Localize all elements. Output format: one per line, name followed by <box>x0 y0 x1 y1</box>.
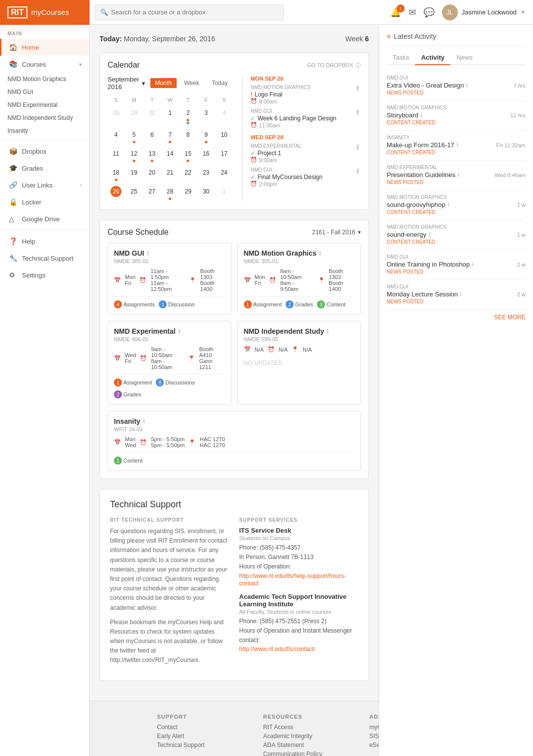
footer-link-ada[interactable]: ADA Statement <box>263 742 359 749</box>
cal-day[interactable]: 17 <box>215 146 232 164</box>
upload-icon[interactable]: ⬆ <box>355 167 361 175</box>
org-hours-link[interactable]: http://www.rit.edu/its/help-support/hour… <box>239 572 346 587</box>
footer-link-early-alert[interactable]: Early Alert <box>157 733 253 740</box>
sidebar-item-grades[interactable]: 🎓 Grades <box>0 160 89 177</box>
cal-day[interactable]: 8 <box>180 127 197 145</box>
cal-day[interactable]: 12 <box>125 146 142 164</box>
calendar-header: Calendar GO TO DROPBOX ⓘ <box>107 61 361 70</box>
footer-link-communication[interactable]: Communication Policy <box>263 751 359 756</box>
sidebar-item-user-links[interactable]: 🔗 User Links › <box>0 177 89 193</box>
cal-day[interactable]: 16 <box>198 146 214 164</box>
see-more-button[interactable]: SEE MORE <box>387 310 526 321</box>
location-icon: 📍 <box>292 346 299 353</box>
cal-day[interactable]: 14 <box>162 146 179 164</box>
cal-day[interactable]: 24 <box>215 165 232 183</box>
calendar-icon: 📅 <box>244 346 251 353</box>
cal-day[interactable]: 1 <box>162 105 179 126</box>
email-icon[interactable]: ✉ <box>409 7 416 18</box>
sidebar-item-courses[interactable]: 📚 Courses ▾ <box>0 56 89 73</box>
tab-activity[interactable]: Activity <box>415 51 450 65</box>
footer-link-tech-support[interactable]: Technical Support <box>157 742 253 749</box>
badge-assignments: 4 Assignments <box>114 300 155 308</box>
cal-day[interactable]: 9 <box>198 127 214 145</box>
cal-tab-week[interactable]: Week <box>179 78 204 88</box>
semester-selector[interactable]: 2161 - Fall 2016 ▾ <box>312 229 361 236</box>
cal-day[interactable]: 6 <box>143 127 160 145</box>
cal-day[interactable]: 1 <box>215 184 232 202</box>
month-selector[interactable]: September 2016 ▾ <box>107 76 145 91</box>
cal-header-s1: S <box>107 95 124 104</box>
cal-day[interactable]: 21 <box>162 165 179 183</box>
footer-link-contact[interactable]: Contact <box>157 724 253 731</box>
cal-day[interactable]: 28 <box>107 105 124 126</box>
sidebar-item-nmd-independent[interactable]: NMD Independent Study <box>7 111 89 124</box>
sidebar-item-nmd-experimental[interactable]: NMD Experimental <box>7 98 89 111</box>
activity-time: Wed 8:46am <box>495 172 526 178</box>
cal-day[interactable]: 22 <box>180 165 197 183</box>
go-dropbox-button[interactable]: GO TO DROPBOX ⓘ <box>307 62 361 69</box>
search-input[interactable] <box>111 8 278 16</box>
search-bar[interactable]: 🔍 <box>95 4 284 20</box>
sidebar-item-nmd-gui[interactable]: NMD GUI <box>7 86 89 98</box>
cal-day[interactable]: 19 <box>125 165 142 183</box>
cal-day[interactable]: 23 <box>198 165 214 183</box>
cal-day[interactable]: 20 <box>143 165 160 183</box>
activity-type: CONTENT CREATED <box>387 209 449 215</box>
sidebar-item-locker[interactable]: 🔒 Locker <box>0 193 89 210</box>
cal-tab-month[interactable]: Month <box>150 78 177 88</box>
cal-day[interactable]: 7 <box>162 127 179 145</box>
google-drive-icon: △ <box>9 215 18 223</box>
cal-day[interactable]: 4 <box>215 105 232 126</box>
tab-news[interactable]: News <box>450 51 479 65</box>
calendar-title: Calendar <box>107 61 140 70</box>
sidebar-item-home[interactable]: 🏠 Home <box>0 39 89 56</box>
cal-day[interactable]: 15 <box>180 146 197 164</box>
cal-day[interactable]: 27 <box>143 184 160 202</box>
info-icon: ℹ <box>457 172 459 178</box>
cal-day[interactable]: 2 <box>180 105 197 126</box>
sidebar-item-settings[interactable]: ⚙ Settings <box>0 267 89 284</box>
cal-day[interactable]: 25 <box>125 184 142 202</box>
cal-day[interactable]: 4 <box>107 127 124 145</box>
org-hours-link[interactable]: http://www.rit.edu/tls/contact/ <box>239 646 316 653</box>
support-org-academic: Academic Tech Support Innovative Learnin… <box>239 593 359 653</box>
org-hours-label: Hours of Operation and Instant Messenger… <box>239 626 359 645</box>
footer-support-col: SUPPORT Contact Early Alert Technical Su… <box>157 714 253 756</box>
cal-tab-today[interactable]: Today <box>207 78 232 88</box>
upload-icon[interactable]: ⬆ <box>355 143 361 151</box>
tab-tasks[interactable]: Tasks <box>387 51 415 65</box>
chat-icon[interactable]: 💬 <box>424 7 434 18</box>
cal-day[interactable]: 11 <box>107 146 124 164</box>
sidebar-item-insanity[interactable]: Insanity <box>7 124 89 137</box>
user-area[interactable]: JL Jasmine Lockwood ▼ <box>442 4 526 20</box>
activity-course: NMD GUI <box>387 254 526 260</box>
upload-icon[interactable]: ⬆ <box>355 85 361 93</box>
cal-day[interactable]: 13 <box>143 146 160 164</box>
cal-day[interactable]: 29 <box>180 184 197 202</box>
activity-time: 2 w <box>517 262 526 268</box>
sidebar-item-nmd-motion[interactable]: NMD Motion Graphics <box>7 73 89 86</box>
cal-day-today[interactable]: 26 <box>107 184 124 202</box>
sidebar-item-google-drive[interactable]: △ Google Drive <box>0 210 89 227</box>
latest-activity-title: ≡ Latest Activity <box>387 32 526 46</box>
notifications-icon[interactable]: 🔔1 <box>390 7 401 18</box>
footer-link-rit-access[interactable]: RIT Access <box>263 724 359 731</box>
cal-day[interactable]: 10 <box>215 127 232 145</box>
cal-day[interactable]: 18 <box>107 165 124 183</box>
sidebar-item-help[interactable]: ❓ Help <box>0 233 89 250</box>
course-code: NMDE 599-05 <box>244 336 355 342</box>
info-icon: ℹ <box>326 328 328 335</box>
footer-resources-col: RESOURCES RIT Access Academic Integrity … <box>263 714 359 756</box>
footer-link-academic-integrity[interactable]: Academic Integrity <box>263 733 359 740</box>
cal-day[interactable]: 3 <box>198 105 214 126</box>
cal-day[interactable]: 30 <box>198 184 214 202</box>
cal-day[interactable]: 29 <box>125 105 142 126</box>
sidebar-item-tech-support[interactable]: 🔧 Technical Support <box>0 250 89 267</box>
week-label: Week 6 <box>345 35 369 43</box>
upload-icon[interactable]: ⬆ <box>355 108 361 116</box>
cal-day[interactable]: 5 <box>125 127 142 145</box>
sidebar-item-dropbox[interactable]: 📦 Dropbox <box>0 143 89 160</box>
cal-day[interactable]: 30 <box>143 105 160 126</box>
cal-day[interactable]: 28 <box>162 184 179 202</box>
tech-support-section: Technical Support RIT TECHNICAL SUPPORT … <box>100 489 369 681</box>
